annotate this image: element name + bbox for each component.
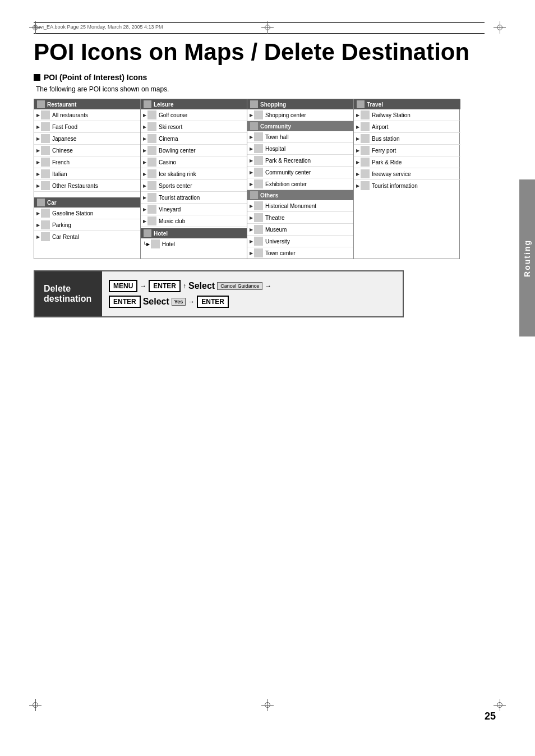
up-arrow-icon: ↑ xyxy=(183,282,186,290)
poi-bus: ▶ Bus station xyxy=(354,133,460,145)
poi-icon xyxy=(41,220,50,229)
cat-car: Car xyxy=(34,197,140,208)
poi-label: Railway Station xyxy=(372,112,411,118)
poi-fast-food: ▶ Fast Food xyxy=(34,121,140,133)
cat-travel: Travel xyxy=(354,99,460,109)
poi-label: Chinese xyxy=(52,147,73,154)
poi-tourist-attr: ▶ Tourist attraction xyxy=(141,192,247,204)
arrow-icon: ▶ xyxy=(36,125,40,130)
poi-hospital: ▶ Hospital xyxy=(247,143,353,155)
poi-icon xyxy=(147,169,156,178)
poi-icon xyxy=(41,181,50,190)
arrow-icon-2: → xyxy=(188,298,195,306)
delete-label: Deletedestination xyxy=(35,271,102,316)
poi-label: Gasoline Station xyxy=(52,210,93,216)
poi-label: Music club xyxy=(159,218,185,224)
delete-destination-section: Deletedestination MENU → ENTER ↑ Select … xyxy=(34,270,404,317)
instruction-row-2: ENTER Select Yes → ENTER xyxy=(109,296,396,308)
menu-button[interactable]: MENU xyxy=(109,280,137,292)
cat-leisure-label: Leisure xyxy=(154,102,174,108)
reg-mark-tl xyxy=(29,21,41,34)
section-header-text: POI (Point of Interest) Icons xyxy=(44,73,147,82)
poi-icon xyxy=(147,146,156,155)
poi-vineyard: ▶ Vineyard xyxy=(141,204,247,215)
poi-town-hall: ▶ Town hall xyxy=(247,131,353,143)
arrow-icon: ▶ xyxy=(356,125,359,130)
poi-col-restaurant: Restaurant ▶ All restaurants ▶ Fast Food… xyxy=(34,99,141,259)
cat-leisure: Leisure xyxy=(141,99,247,109)
arrow-icon: ▶ xyxy=(250,170,253,175)
cat-shopping-label: Shopping xyxy=(260,102,286,108)
poi-icon xyxy=(254,237,263,246)
restaurant-cat-icon xyxy=(37,100,45,108)
poi-icon xyxy=(147,216,156,225)
arrow-icon: ▶ xyxy=(250,215,253,220)
enter-button-2[interactable]: ENTER xyxy=(109,296,141,308)
cat-restaurant: Restaurant xyxy=(34,99,140,109)
poi-icon xyxy=(361,169,370,178)
others-cat-icon xyxy=(250,191,258,199)
cat-community: Community xyxy=(247,121,353,131)
poi-icon xyxy=(361,158,370,167)
poi-label: Golf course xyxy=(159,112,187,118)
poi-label: Hospital xyxy=(265,146,285,152)
arrow-icon: └▶ xyxy=(143,242,150,247)
poi-icon xyxy=(147,110,156,119)
poi-icon xyxy=(147,193,156,202)
arrow-icon: ▶ xyxy=(143,219,146,224)
enter-button-3[interactable]: ENTER xyxy=(197,296,229,308)
poi-icon xyxy=(41,209,50,218)
arrow-icon: ▶ xyxy=(250,239,253,244)
poi-icon xyxy=(361,181,370,190)
poi-golf: ▶ Golf course xyxy=(141,109,247,121)
poi-label: Ferry port xyxy=(372,147,396,154)
poi-label: Ice skating rink xyxy=(159,171,196,177)
poi-icon xyxy=(41,158,50,167)
poi-icon xyxy=(254,179,263,188)
poi-ice-skating: ▶ Ice skating rink xyxy=(141,168,247,180)
delete-label-text: Deletedestination xyxy=(44,284,91,304)
poi-label: Casino xyxy=(159,159,176,165)
poi-label: Vineyard xyxy=(159,206,181,213)
poi-sports: ▶ Sports center xyxy=(141,180,247,192)
arrow-icon: → xyxy=(140,282,146,290)
arrow-icon: ▶ xyxy=(356,160,359,165)
poi-label: University xyxy=(265,238,290,245)
arrow-icon: ▶ xyxy=(143,125,146,130)
poi-label: Exhibition center xyxy=(265,181,307,187)
poi-label: Historical Monument xyxy=(265,203,316,209)
poi-label: Shopping center xyxy=(265,112,306,118)
poi-community-ctr: ▶ Community center xyxy=(247,167,353,178)
poi-museum: ▶ Museum xyxy=(247,224,353,236)
poi-icon xyxy=(361,134,370,143)
arrow-icon: ▶ xyxy=(356,113,359,118)
poi-icon xyxy=(254,201,263,210)
delete-instructions: MENU → ENTER ↑ Select Cancel Guidance → … xyxy=(102,271,403,316)
poi-icon xyxy=(147,181,156,190)
poi-icon xyxy=(147,134,156,143)
reg-mark-bc xyxy=(261,699,274,711)
poi-icon xyxy=(147,205,156,214)
enter-button[interactable]: ENTER xyxy=(149,280,181,292)
poi-label: Airport xyxy=(372,124,388,130)
poi-label: Other Restaurants xyxy=(52,183,98,189)
arrow-icon: ▶ xyxy=(143,136,146,141)
poi-shopping-center: ▶ Shopping center xyxy=(247,109,353,121)
poi-icon xyxy=(361,110,370,119)
file-header: Navi_EA.book Page 25 Monday, March 28, 2… xyxy=(34,24,485,30)
poi-car-rental: ▶ Car Rental xyxy=(34,231,140,242)
arrow-icon: ▶ xyxy=(356,183,359,188)
poi-theatre: ▶ Theatre xyxy=(247,212,353,224)
poi-japanese: ▶ Japanese xyxy=(34,133,140,145)
arrow-icon: ▶ xyxy=(36,113,40,118)
poi-town-center: ▶ Town center xyxy=(247,247,353,259)
cancel-guidance-item: Cancel Guidance xyxy=(217,282,262,290)
page-number: 25 xyxy=(485,711,496,722)
section-header: POI (Point of Interest) Icons xyxy=(34,73,485,82)
hotel-cat-icon xyxy=(144,229,151,237)
yes-item: Yes xyxy=(172,298,186,306)
poi-label: Bus station xyxy=(372,136,399,142)
poi-icon xyxy=(254,144,263,153)
poi-all-restaurants: ▶ All restaurants xyxy=(34,109,140,121)
poi-other-restaurants: ▶ Other Restaurants xyxy=(34,180,140,192)
